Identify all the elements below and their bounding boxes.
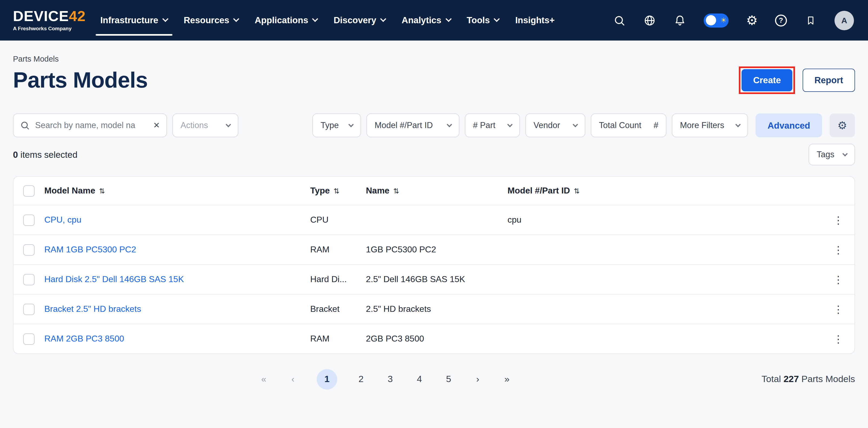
hash-icon: # <box>653 121 658 130</box>
actions-dropdown[interactable]: Actions <box>173 114 238 137</box>
type-filter-dropdown[interactable]: Type <box>312 114 361 137</box>
report-button[interactable]: Report <box>803 69 855 92</box>
model-name-link[interactable]: RAM 1GB PC5300 PC2 <box>44 245 310 254</box>
select-all-checkbox[interactable] <box>23 185 35 196</box>
col-model-part-id[interactable]: Model #/Part ID⇅ <box>507 186 822 195</box>
page-3-button[interactable]: 3 <box>385 374 396 385</box>
chevron-down-icon <box>226 122 231 127</box>
part-filter-dropdown[interactable]: # Part <box>465 114 520 137</box>
theme-toggle[interactable]: ☀ <box>704 13 729 27</box>
table-header-row: Model Name⇅ Type⇅ Name⇅ Model #/Part ID⇅ <box>13 177 855 205</box>
type-cell: RAM <box>310 245 366 254</box>
page-5-button[interactable]: 5 <box>443 374 454 385</box>
table-settings-gear-button[interactable]: ⚙ <box>830 114 855 137</box>
first-page-button[interactable]: « <box>258 374 269 385</box>
model-name-link[interactable]: Bracket 2.5" HD brackets <box>44 304 310 314</box>
user-avatar[interactable]: A <box>835 10 854 30</box>
page-2-button[interactable]: 2 <box>355 374 367 385</box>
nav-label: Resources <box>184 15 229 25</box>
more-filters-dropdown[interactable]: More Filters <box>672 114 748 137</box>
row-checkbox[interactable] <box>23 214 35 225</box>
gear-icon: ⚙ <box>837 119 847 132</box>
clear-search-icon[interactable]: ✕ <box>153 121 160 130</box>
nav-discovery[interactable]: Discovery <box>326 0 394 40</box>
logo-text: DEVICE42 <box>13 9 86 24</box>
row-actions-kebab[interactable]: ⋮ <box>822 243 855 256</box>
col-name[interactable]: Name⇅ <box>366 186 507 195</box>
main-content: Parts Models Parts Models Create Report … <box>0 55 868 392</box>
page-title: Parts Models <box>13 67 148 93</box>
table-row: Hard Disk 2.5" Dell 146GB SAS 15K Hard D… <box>13 264 855 294</box>
total-suffix: Parts Models <box>802 374 855 384</box>
row-checkbox[interactable] <box>23 244 35 255</box>
total-count-filter[interactable]: Total Count# <box>591 114 666 137</box>
chevron-down-icon <box>507 122 513 127</box>
sort-icon: ⇅ <box>574 187 580 195</box>
dropdown-label: Actions <box>181 121 208 130</box>
total-count-text: Total 227 Parts Models <box>762 374 855 385</box>
sort-icon: ⇅ <box>99 187 105 195</box>
row-checkbox[interactable] <box>23 333 35 344</box>
dropdown-label: Model #/Part ID <box>375 121 433 130</box>
vendor-filter-dropdown[interactable]: Vendor <box>525 114 585 137</box>
row-checkbox[interactable] <box>23 274 35 285</box>
sort-icon: ⇅ <box>334 187 339 195</box>
model-name-link[interactable]: Hard Disk 2.5" Dell 146GB SAS 15K <box>44 275 310 284</box>
page-1-button[interactable]: 1 <box>317 369 337 390</box>
name-cell: 2GB PC3 8500 <box>366 334 507 344</box>
total-prefix: Total <box>762 374 781 384</box>
search-box: ✕ <box>13 114 167 137</box>
search-icon[interactable] <box>613 14 626 27</box>
last-page-button[interactable]: » <box>501 374 513 385</box>
row-actions-kebab[interactable]: ⋮ <box>822 303 855 315</box>
pagination: « ‹ 1 2 3 4 5 › » <box>258 369 513 390</box>
chevron-down-icon <box>494 16 500 22</box>
nav-resources[interactable]: Resources <box>176 0 247 40</box>
notification-bell-icon[interactable] <box>674 14 687 27</box>
part-id-cell: cpu <box>507 215 822 225</box>
device42-logo[interactable]: DEVICE42 A Freshworks Company <box>13 9 86 31</box>
settings-gear-icon[interactable]: ⚙ <box>746 14 758 27</box>
nav-tools[interactable]: Tools <box>459 0 507 40</box>
row-actions-kebab[interactable]: ⋮ <box>822 273 855 285</box>
column-label: Model Name <box>44 186 95 195</box>
nav-insights[interactable]: Insights+ <box>507 0 563 40</box>
model-name-link[interactable]: RAM 2GB PC3 8500 <box>44 334 310 344</box>
globe-icon[interactable] <box>644 14 656 27</box>
chevron-down-icon <box>447 122 452 127</box>
logo-device: DEVICE <box>13 8 69 25</box>
breadcrumb[interactable]: Parts Models <box>13 55 59 63</box>
table-row: Bracket 2.5" HD brackets Bracket 2.5" HD… <box>13 294 855 324</box>
chevron-down-icon <box>348 122 354 127</box>
nav-analytics[interactable]: Analytics <box>394 0 459 40</box>
model-part-id-filter-dropdown[interactable]: Model #/Part ID <box>367 114 459 137</box>
create-button-highlight: Create <box>739 66 795 94</box>
chevron-down-icon <box>162 16 168 22</box>
row-actions-kebab[interactable]: ⋮ <box>822 333 855 345</box>
filter-bar: ✕ Actions Type Model #/Part ID # Part Ve… <box>13 114 855 137</box>
bookmark-icon[interactable] <box>804 14 817 27</box>
tags-dropdown[interactable]: Tags <box>809 144 855 165</box>
create-button[interactable]: Create <box>742 69 792 91</box>
prev-page-button[interactable]: ‹ <box>287 374 298 385</box>
row-actions-kebab[interactable]: ⋮ <box>822 214 855 226</box>
chevron-down-icon <box>735 122 741 127</box>
search-input[interactable] <box>34 120 149 131</box>
nav-infrastructure[interactable]: Infrastructure <box>92 0 176 40</box>
nav-applications[interactable]: Applications <box>247 0 326 40</box>
help-icon[interactable]: ? <box>775 14 787 26</box>
col-model-name[interactable]: Model Name⇅ <box>44 186 310 195</box>
name-cell: 1GB PC5300 PC2 <box>366 245 507 254</box>
selection-row: 0 items selected Tags <box>13 144 855 165</box>
next-page-button[interactable]: › <box>472 374 483 385</box>
page-4-button[interactable]: 4 <box>414 374 425 385</box>
chevron-down-icon <box>842 151 848 156</box>
row-checkbox[interactable] <box>23 303 35 315</box>
advanced-button[interactable]: Advanced <box>755 114 822 137</box>
nav-label: Tools <box>467 15 490 25</box>
col-type[interactable]: Type⇅ <box>310 186 366 195</box>
logo-42: 42 <box>69 8 86 25</box>
parts-models-table: Model Name⇅ Type⇅ Name⇅ Model #/Part ID⇅… <box>13 176 855 354</box>
chevron-down-icon <box>572 122 578 127</box>
model-name-link[interactable]: CPU, cpu <box>44 215 310 225</box>
